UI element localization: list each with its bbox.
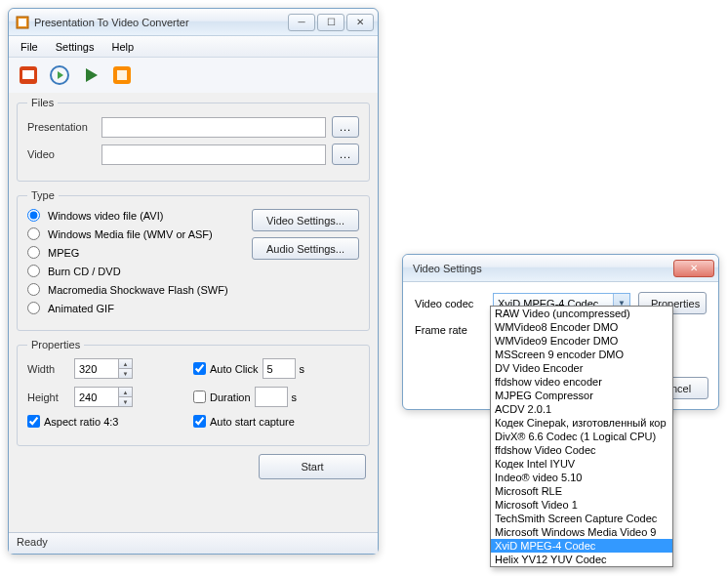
radio-burn-label: Burn CD / DVD [48,266,121,277]
main-titlebar[interactable]: Presentation To Video Converter ─ ☐ ✕ [9,9,378,36]
height-input[interactable] [74,387,119,407]
codec-option[interactable]: RAW Video (uncompressed) [491,307,672,320]
app-icon [15,15,30,30]
properties-group: Properties Width ▲▼ Auto Click s Height … [17,339,370,446]
codec-option[interactable]: ffdshow Video Codec [491,443,672,457]
files-legend: Files [27,97,58,108]
codec-option[interactable]: Helix YV12 YUV Codec [491,553,672,566]
codec-option[interactable]: DV Video Encoder [491,361,672,375]
main-title: Presentation To Video Converter [34,17,288,28]
radio-gif[interactable] [27,302,40,314]
codec-option[interactable]: Microsoft Windows Media Video 9 [491,525,672,539]
statusbar: Ready [9,532,378,554]
video-browse-button[interactable]: ... [332,144,359,165]
start-button[interactable]: Start [259,454,366,479]
codec-option[interactable]: WMVideo8 Encoder DMO [491,320,672,334]
codec-option[interactable]: ffdshow video encoder [491,375,672,389]
video-input[interactable] [101,144,326,165]
menu-file[interactable]: File [13,39,46,55]
codec-option[interactable]: Microsoft Video 1 [491,498,672,512]
codec-dropdown-list[interactable]: RAW Video (uncompressed)WMVideo8 Encoder… [490,306,673,567]
codec-option[interactable]: XviD MPEG-4 Codec [491,539,672,553]
svg-rect-3 [22,70,34,79]
convert-icon[interactable] [77,62,104,89]
height-label: Height [27,391,70,403]
menu-settings[interactable]: Settings [48,39,102,55]
files-group: Files Presentation ... Video ... [17,97,370,182]
radio-swf[interactable] [27,283,40,296]
settings-icon[interactable] [108,62,136,89]
radio-burn[interactable] [27,265,40,277]
dialog-title: Video Settings [409,263,673,274]
type-group: Type Windows video file (AVI) Windows Me… [17,189,370,331]
open-ppt-icon[interactable] [15,62,42,89]
radio-gif-label: Animated GIF [48,303,114,314]
framerate-label: Frame rate [415,324,485,336]
dialog-titlebar[interactable]: Video Settings ✕ [403,255,718,282]
autoclick-label: Auto Click [210,363,259,375]
radio-wmv[interactable] [27,227,40,240]
close-button[interactable]: ✕ [346,14,374,31]
svg-rect-1 [19,19,26,26]
audio-settings-button[interactable]: Audio Settings... [252,237,359,260]
width-spinner[interactable]: ▲▼ [119,358,133,379]
main-window: Presentation To Video Converter ─ ☐ ✕ Fi… [8,8,379,555]
autostart-label: Auto start capture [210,416,295,428]
svg-marker-5 [58,71,63,79]
radio-avi-label: Windows video file (AVI) [48,210,163,222]
menubar: File Settings Help [9,36,378,58]
codec-option[interactable]: Indeo® video 5.10 [491,471,672,484]
aspect-label: Aspect ratio 4:3 [44,416,118,428]
properties-legend: Properties [27,339,84,350]
video-label: Video [27,148,96,160]
radio-swf-label: Macromedia Shockwave Flash (SWF) [48,284,228,296]
codec-option[interactable]: Кодек Cinepak, изготовленный кор [491,416,672,430]
toolbar [9,58,378,93]
codec-option[interactable]: WMVideo9 Encoder DMO [491,334,672,348]
codec-option[interactable]: MJPEG Compressor [491,389,672,402]
radio-avi[interactable] [27,209,40,222]
presentation-browse-button[interactable]: ... [332,116,359,138]
codec-option[interactable]: Кодек Intel IYUV [491,457,672,471]
menu-help[interactable]: Help [103,39,142,55]
codec-option[interactable]: DivX® 6.6 Codec (1 Logical CPU) [491,430,672,443]
presentation-label: Presentation [27,121,96,133]
codec-option[interactable]: TechSmith Screen Capture Codec [491,512,672,525]
height-spinner[interactable]: ▲▼ [119,387,133,407]
aspect-checkbox[interactable] [27,415,40,428]
radio-mpeg[interactable] [27,246,40,259]
status-text: Ready [17,536,48,548]
width-label: Width [27,363,70,375]
svg-rect-8 [117,70,127,80]
codec-option[interactable]: Microsoft RLE [491,484,672,498]
autoclick-input[interactable] [263,358,296,379]
codec-option[interactable]: ACDV 2.0.1 [491,402,672,416]
autoclick-checkbox[interactable] [193,362,206,375]
maximize-button[interactable]: ☐ [317,14,344,31]
radio-mpeg-label: MPEG [48,247,79,259]
duration-input[interactable] [255,387,288,407]
dialog-close-button[interactable]: ✕ [673,260,714,277]
play-icon[interactable] [46,62,73,89]
duration-label: Duration [210,391,251,403]
radio-wmv-label: Windows Media file (WMV or ASF) [48,228,213,240]
minimize-button[interactable]: ─ [288,14,315,31]
autostart-checkbox[interactable] [193,415,206,428]
svg-marker-6 [86,68,98,82]
type-legend: Type [27,189,59,201]
duration-checkbox[interactable] [193,391,206,403]
codec-option[interactable]: MSScreen 9 encoder DMO [491,348,672,361]
codec-label: Video codec [415,298,485,309]
video-settings-button[interactable]: Video Settings... [252,209,359,231]
width-input[interactable] [74,358,119,379]
autoclick-unit: s [300,363,305,375]
presentation-input[interactable] [101,117,326,138]
duration-unit: s [292,391,298,403]
